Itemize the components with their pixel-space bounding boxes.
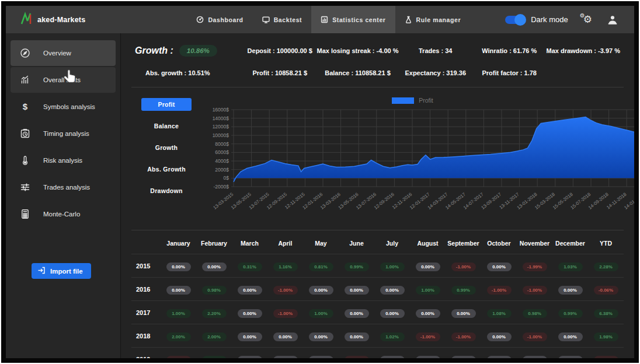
return-badge: 1.98%: [594, 332, 618, 341]
table-row-2019: 2019-1.00%0.98%0.00%0.00%0.00%-0.01%0.00…: [131, 348, 624, 358]
return-badge: 1.08%: [487, 309, 512, 318]
profit-chart-section: ProfitBalanceGrowthAbs. GrowthDrawdown P…: [131, 88, 624, 222]
nav-right: Dark mode ⚙⚙: [505, 6, 634, 33]
sidebar-item-trades-analysis[interactable]: Trades analysis: [11, 174, 116, 200]
sidebar-item-timing-analysis[interactable]: Timing analysis: [11, 121, 116, 146]
dark-mode-toggle[interactable]: Dark mode: [505, 15, 568, 24]
return-badge: 0.00%: [558, 356, 583, 358]
sidebar-item-risk-analysis[interactable]: Risk analysis: [11, 148, 116, 173]
return-badge: 0.00%: [238, 286, 262, 295]
month-return-cell: 1.00%: [410, 284, 446, 295]
nav-tab-label: Statistics center: [332, 16, 385, 23]
return-badge: -1.00%: [451, 262, 476, 271]
return-badge: 0.00%: [558, 332, 583, 341]
return-badge: 0.00%: [309, 332, 333, 341]
column-header-july: July: [374, 240, 410, 247]
return-badge: 0.00%: [345, 332, 369, 341]
month-return-cell: 0.00%: [232, 307, 267, 318]
month-return-cell: 0.00%: [267, 354, 303, 358]
return-badge: 0.00%: [380, 286, 405, 295]
table-row-2016: 20160.00%0.98%0.00%-1.00%0.00%0.00%0.00%…: [131, 278, 624, 301]
svg-text:10000$: 10000$: [213, 132, 229, 138]
symbols-icon: $: [20, 102, 30, 112]
return-badge: 1.02%: [380, 332, 405, 341]
sidebar-item-overview[interactable]: Overview: [11, 40, 116, 66]
month-return-cell: -1.00%: [161, 354, 196, 358]
column-header-september: September: [446, 240, 481, 247]
chart-button-drawdown[interactable]: Drawdown: [141, 184, 192, 197]
nav-tab-statistics-center[interactable]: Statistics center: [311, 6, 395, 33]
return-badge: -1.00%: [451, 332, 476, 341]
sidebar-item-symbols-analysis[interactable]: $Symbols analysis: [11, 94, 116, 120]
month-return-cell: -0.06%: [588, 284, 624, 295]
import-file-button[interactable]: Import file: [32, 263, 91, 279]
return-badge: 0.00%: [487, 356, 512, 358]
chart-canvas[interactable]: 16000$14000$12000$10000$8000$6000$4000$2…: [201, 105, 624, 222]
stat-trades: Trades : 34: [398, 47, 472, 54]
return-badge: 0.00%: [345, 286, 369, 295]
nav-tab-backtest[interactable]: Backtest: [253, 6, 312, 33]
growth-value-badge: 10.86%: [179, 45, 217, 57]
nav-tab-label: Backtest: [274, 16, 302, 23]
month-return-cell: 2.28%: [588, 260, 624, 271]
month-return-cell: 0.00%: [374, 307, 410, 318]
return-badge: 0.99%: [451, 286, 476, 295]
account-icon[interactable]: [607, 15, 618, 24]
svg-text:14000$: 14000$: [213, 116, 229, 121]
return-badge: 0.00%: [558, 286, 583, 295]
month-return-cell: 0.00%: [232, 284, 267, 295]
stat-deposit: Deposit : 100000.00 $: [243, 47, 316, 54]
nav-tab-rule-manager[interactable]: Rule manager: [395, 6, 471, 33]
return-badge: 6.38%: [594, 309, 618, 318]
month-return-cell: -0.01%: [339, 354, 374, 358]
rule-manager-icon: [405, 16, 412, 23]
nav-tabs: DashboardBacktestStatistics centerRule m…: [187, 6, 470, 33]
monthly-returns-table: JanuaryFebruaryMarchAprilMayJuneJulyAugu…: [131, 230, 624, 358]
svg-text:0$: 0$: [224, 175, 229, 181]
table-header-row: JanuaryFebruaryMarchAprilMayJuneJulyAugu…: [131, 234, 624, 254]
month-return-cell: 0.00%: [267, 330, 303, 341]
growth-stat: Growth : 10.86%: [135, 45, 243, 57]
return-badge: 0.00%: [380, 309, 405, 318]
return-badge: 0.98%: [523, 309, 547, 318]
backtest-icon: [262, 16, 270, 23]
return-badge: -1.00%: [273, 309, 298, 318]
chart-button-growth[interactable]: Growth: [141, 141, 192, 154]
nav-tab-dashboard[interactable]: Dashboard: [187, 6, 252, 33]
chart-button-abs-growth[interactable]: Abs. Growth: [141, 163, 192, 176]
month-return-cell: 0.98%: [196, 354, 232, 358]
return-badge: 0.00%: [309, 286, 333, 295]
stat-max-drawdown: Max drawdown : -3.97 %: [546, 47, 620, 54]
toggle-knob[interactable]: [514, 14, 526, 26]
return-badge: -1.00%: [416, 332, 440, 341]
brand[interactable]: aked-Markets: [6, 6, 96, 33]
sidebar-item-label: Symbols analysis: [43, 103, 95, 110]
return-badge: 0.00%: [238, 356, 262, 358]
chart-button-balance[interactable]: Balance: [141, 120, 192, 132]
return-badge: 0.00%: [487, 262, 512, 271]
sidebar-item-overall-stats[interactable]: Overall stats: [11, 67, 116, 93]
sidebar-item-monte-carlo[interactable]: Monte-Carlo: [11, 201, 116, 227]
import-file-label: Import file: [50, 268, 83, 275]
return-badge: 1.00%: [380, 262, 405, 271]
column-header-ytd: YTD: [588, 240, 624, 247]
month-return-cell: 0.98%: [517, 307, 552, 318]
return-badge: -0.01%: [345, 356, 369, 358]
month-return-cell: -1.99%: [517, 260, 552, 271]
body-row: OverviewOverall stats$Symbols analysisTi…: [6, 33, 634, 358]
return-badge: 0.00%: [487, 332, 512, 341]
month-return-cell: -1.00%: [517, 330, 552, 341]
return-badge: 0.81%: [309, 262, 333, 271]
settings-gears-icon[interactable]: ⚙⚙: [583, 15, 592, 24]
return-badge: 1.00%: [166, 309, 191, 318]
column-header-october: October: [481, 240, 517, 247]
chart-legend[interactable]: Profit: [201, 96, 624, 105]
chart-button-profit[interactable]: Profit: [141, 98, 192, 111]
year-label: 2015: [131, 262, 161, 270]
return-badge: -1.00%: [523, 286, 547, 295]
overview-icon: [20, 48, 30, 58]
dark-mode-switch[interactable]: [505, 16, 525, 24]
return-badge: 2.20%: [202, 309, 227, 318]
return-badge: 0.99%: [558, 309, 583, 318]
return-badge: 1.00%: [416, 286, 440, 295]
